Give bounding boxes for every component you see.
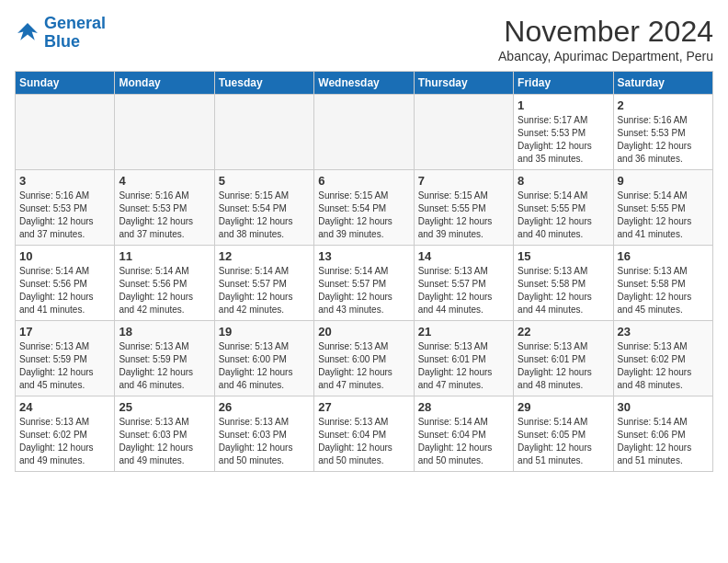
day-number: 22	[518, 325, 609, 339]
calendar-cell: 18Sunrise: 5:13 AM Sunset: 5:59 PM Dayli…	[115, 321, 214, 396]
day-info: Sunrise: 5:14 AM Sunset: 6:04 PM Dayligh…	[418, 416, 509, 467]
day-info: Sunrise: 5:13 AM Sunset: 6:03 PM Dayligh…	[219, 416, 310, 467]
day-number: 20	[318, 325, 409, 339]
day-number: 4	[119, 174, 210, 188]
calendar-week-3: 10Sunrise: 5:14 AM Sunset: 5:56 PM Dayli…	[16, 246, 713, 321]
calendar-cell: 27Sunrise: 5:13 AM Sunset: 6:04 PM Dayli…	[314, 396, 414, 472]
calendar-cell	[214, 95, 313, 170]
calendar-table: SundayMondayTuesdayWednesdayThursdayFrid…	[15, 71, 713, 472]
calendar-cell: 28Sunrise: 5:14 AM Sunset: 6:04 PM Dayli…	[414, 396, 513, 472]
day-number: 25	[119, 400, 210, 414]
calendar-cell	[115, 95, 214, 170]
day-info: Sunrise: 5:16 AM Sunset: 5:53 PM Dayligh…	[618, 114, 709, 166]
day-number: 19	[219, 325, 310, 339]
day-info: Sunrise: 5:13 AM Sunset: 6:00 PM Dayligh…	[318, 340, 409, 392]
calendar-cell: 23Sunrise: 5:13 AM Sunset: 6:02 PM Dayli…	[613, 321, 712, 396]
day-number: 10	[19, 249, 110, 263]
calendar-week-1: 1Sunrise: 5:17 AM Sunset: 5:53 PM Daylig…	[16, 95, 713, 170]
day-header-wednesday: Wednesday	[314, 72, 414, 95]
day-number: 11	[119, 249, 210, 263]
calendar-cell: 17Sunrise: 5:13 AM Sunset: 5:59 PM Dayli…	[16, 321, 115, 396]
day-number: 27	[318, 400, 409, 414]
logo: General Blue	[15, 15, 106, 52]
day-number: 7	[418, 174, 509, 188]
calendar-cell: 16Sunrise: 5:13 AM Sunset: 5:58 PM Dayli…	[613, 246, 712, 321]
logo-icon	[15, 20, 40, 46]
day-number: 14	[418, 249, 509, 263]
calendar-week-5: 24Sunrise: 5:13 AM Sunset: 6:02 PM Dayli…	[16, 396, 713, 472]
day-info: Sunrise: 5:15 AM Sunset: 5:54 PM Dayligh…	[219, 190, 310, 241]
calendar-cell: 21Sunrise: 5:13 AM Sunset: 6:01 PM Dayli…	[414, 321, 513, 396]
calendar-cell: 7Sunrise: 5:15 AM Sunset: 5:55 PM Daylig…	[414, 170, 513, 246]
day-info: Sunrise: 5:13 AM Sunset: 6:01 PM Dayligh…	[518, 340, 609, 392]
day-info: Sunrise: 5:15 AM Sunset: 5:54 PM Dayligh…	[318, 190, 409, 241]
day-info: Sunrise: 5:13 AM Sunset: 5:58 PM Dayligh…	[518, 265, 609, 316]
calendar-cell: 19Sunrise: 5:13 AM Sunset: 6:00 PM Dayli…	[214, 321, 313, 396]
calendar-cell: 3Sunrise: 5:16 AM Sunset: 5:53 PM Daylig…	[16, 170, 115, 246]
day-number: 21	[418, 325, 509, 339]
day-number: 1	[518, 98, 609, 112]
calendar-cell: 1Sunrise: 5:17 AM Sunset: 5:53 PM Daylig…	[514, 95, 613, 170]
day-header-monday: Monday	[115, 72, 214, 95]
day-number: 23	[618, 325, 709, 339]
day-header-tuesday: Tuesday	[214, 72, 313, 95]
day-info: Sunrise: 5:16 AM Sunset: 5:53 PM Dayligh…	[119, 190, 210, 241]
calendar-cell: 29Sunrise: 5:14 AM Sunset: 6:05 PM Dayli…	[514, 396, 613, 472]
day-info: Sunrise: 5:14 AM Sunset: 5:55 PM Dayligh…	[518, 190, 609, 241]
calendar-cell: 9Sunrise: 5:14 AM Sunset: 5:55 PM Daylig…	[613, 170, 712, 246]
month-title: November 2024	[498, 15, 713, 49]
day-number: 3	[19, 174, 110, 188]
day-header-friday: Friday	[514, 72, 613, 95]
calendar-cell: 24Sunrise: 5:13 AM Sunset: 6:02 PM Dayli…	[16, 396, 115, 472]
calendar-cell: 15Sunrise: 5:13 AM Sunset: 5:58 PM Dayli…	[514, 246, 613, 321]
calendar-cell: 8Sunrise: 5:14 AM Sunset: 5:55 PM Daylig…	[514, 170, 613, 246]
calendar-cell	[414, 95, 513, 170]
day-number: 28	[418, 400, 509, 414]
logo-text: General Blue	[44, 15, 106, 52]
day-number: 13	[318, 249, 409, 263]
day-info: Sunrise: 5:13 AM Sunset: 6:03 PM Dayligh…	[119, 416, 210, 467]
calendar-week-2: 3Sunrise: 5:16 AM Sunset: 5:53 PM Daylig…	[16, 170, 713, 246]
calendar-week-4: 17Sunrise: 5:13 AM Sunset: 5:59 PM Dayli…	[16, 321, 713, 396]
day-number: 9	[618, 174, 709, 188]
day-header-sunday: Sunday	[16, 72, 115, 95]
day-info: Sunrise: 5:16 AM Sunset: 5:53 PM Dayligh…	[19, 190, 110, 241]
calendar-cell: 4Sunrise: 5:16 AM Sunset: 5:53 PM Daylig…	[115, 170, 214, 246]
day-info: Sunrise: 5:14 AM Sunset: 6:06 PM Dayligh…	[618, 416, 709, 467]
day-info: Sunrise: 5:14 AM Sunset: 5:57 PM Dayligh…	[219, 265, 310, 316]
day-info: Sunrise: 5:13 AM Sunset: 6:02 PM Dayligh…	[19, 416, 110, 467]
calendar-cell	[314, 95, 414, 170]
day-info: Sunrise: 5:13 AM Sunset: 5:57 PM Dayligh…	[418, 265, 509, 316]
day-number: 24	[19, 400, 110, 414]
calendar-cell: 13Sunrise: 5:14 AM Sunset: 5:57 PM Dayli…	[314, 246, 414, 321]
calendar-cell: 22Sunrise: 5:13 AM Sunset: 6:01 PM Dayli…	[514, 321, 613, 396]
day-info: Sunrise: 5:13 AM Sunset: 6:01 PM Dayligh…	[418, 340, 509, 392]
page-header: General Blue November 2024 Abancay, Apur…	[15, 15, 713, 63]
day-info: Sunrise: 5:13 AM Sunset: 6:00 PM Dayligh…	[219, 340, 310, 392]
calendar-header-row: SundayMondayTuesdayWednesdayThursdayFrid…	[16, 72, 713, 95]
day-number: 30	[618, 400, 709, 414]
calendar-cell: 10Sunrise: 5:14 AM Sunset: 5:56 PM Dayli…	[16, 246, 115, 321]
day-number: 26	[219, 400, 310, 414]
day-number: 29	[518, 400, 609, 414]
calendar-cell: 25Sunrise: 5:13 AM Sunset: 6:03 PM Dayli…	[115, 396, 214, 472]
day-header-thursday: Thursday	[414, 72, 513, 95]
calendar-cell: 14Sunrise: 5:13 AM Sunset: 5:57 PM Dayli…	[414, 246, 513, 321]
calendar-cell: 5Sunrise: 5:15 AM Sunset: 5:54 PM Daylig…	[214, 170, 313, 246]
day-number: 17	[19, 325, 110, 339]
day-number: 18	[119, 325, 210, 339]
day-info: Sunrise: 5:14 AM Sunset: 5:56 PM Dayligh…	[19, 265, 110, 316]
day-number: 12	[219, 249, 310, 263]
day-number: 5	[219, 174, 310, 188]
day-number: 16	[618, 249, 709, 263]
calendar-cell: 30Sunrise: 5:14 AM Sunset: 6:06 PM Dayli…	[613, 396, 712, 472]
day-info: Sunrise: 5:13 AM Sunset: 5:59 PM Dayligh…	[119, 340, 210, 392]
day-info: Sunrise: 5:13 AM Sunset: 5:59 PM Dayligh…	[19, 340, 110, 392]
title-block: November 2024 Abancay, Apurimac Departme…	[498, 15, 713, 63]
day-info: Sunrise: 5:14 AM Sunset: 5:56 PM Dayligh…	[119, 265, 210, 316]
svg-marker-0	[17, 23, 38, 40]
day-number: 8	[518, 174, 609, 188]
calendar-cell: 2Sunrise: 5:16 AM Sunset: 5:53 PM Daylig…	[613, 95, 712, 170]
calendar-cell: 20Sunrise: 5:13 AM Sunset: 6:00 PM Dayli…	[314, 321, 414, 396]
day-info: Sunrise: 5:13 AM Sunset: 6:02 PM Dayligh…	[618, 340, 709, 392]
